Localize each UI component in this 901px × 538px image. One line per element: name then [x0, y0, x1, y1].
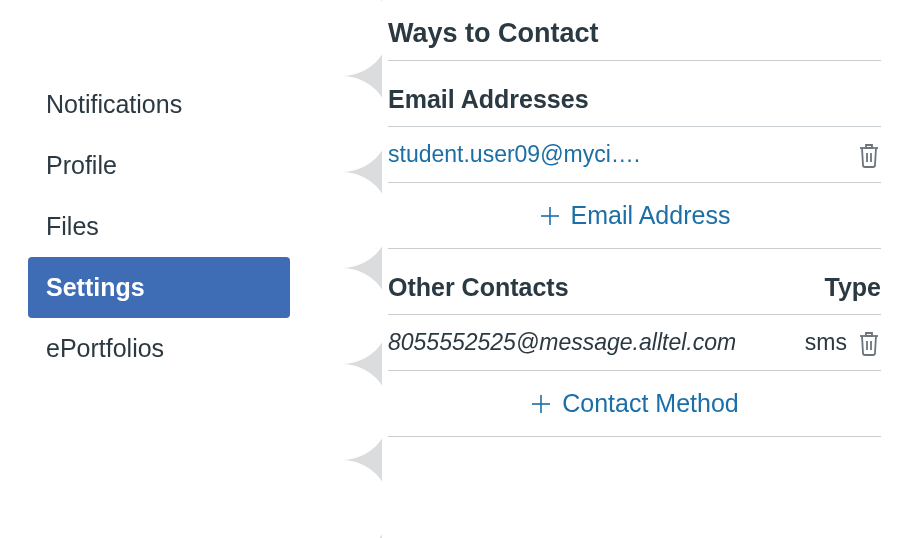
- trash-icon[interactable]: [857, 142, 881, 168]
- sidebar-item-profile[interactable]: Profile: [28, 135, 290, 196]
- email-addresses-heading: Email Addresses: [388, 61, 881, 126]
- type-heading: Type: [825, 273, 882, 302]
- sidebar-item-eportfolios[interactable]: ePortfolios: [28, 318, 290, 379]
- sidebar-item-notifications[interactable]: Notifications: [28, 74, 290, 135]
- other-contact-value: 8055552525@message.alltel.com: [388, 329, 736, 356]
- plus-icon: [539, 205, 561, 227]
- sidebar-item-settings[interactable]: Settings: [28, 257, 290, 318]
- other-contacts-heading: Other Contacts: [388, 273, 569, 302]
- add-contact-label: Contact Method: [562, 389, 739, 418]
- ways-to-contact-heading: Ways to Contact: [388, 18, 881, 61]
- plus-icon: [530, 393, 552, 415]
- add-contact-method-button[interactable]: Contact Method: [388, 371, 881, 437]
- main-content: Ways to Contact Email Addresses student.…: [380, 0, 901, 538]
- other-contact-row: 8055552525@message.alltel.com sms: [388, 315, 881, 371]
- trash-icon[interactable]: [857, 330, 881, 356]
- other-contacts-header: Other Contacts Type: [388, 249, 881, 315]
- email-row: student.user09@myci….: [388, 126, 881, 183]
- email-address-link[interactable]: student.user09@myci….: [388, 141, 640, 168]
- sidebar-item-files[interactable]: Files: [28, 196, 290, 257]
- other-contact-type: sms: [805, 329, 847, 356]
- scallop-divider: [310, 0, 380, 538]
- add-email-label: Email Address: [571, 201, 731, 230]
- add-email-button[interactable]: Email Address: [388, 183, 881, 249]
- sidebar-nav: Notifications Profile Files Settings ePo…: [0, 0, 310, 538]
